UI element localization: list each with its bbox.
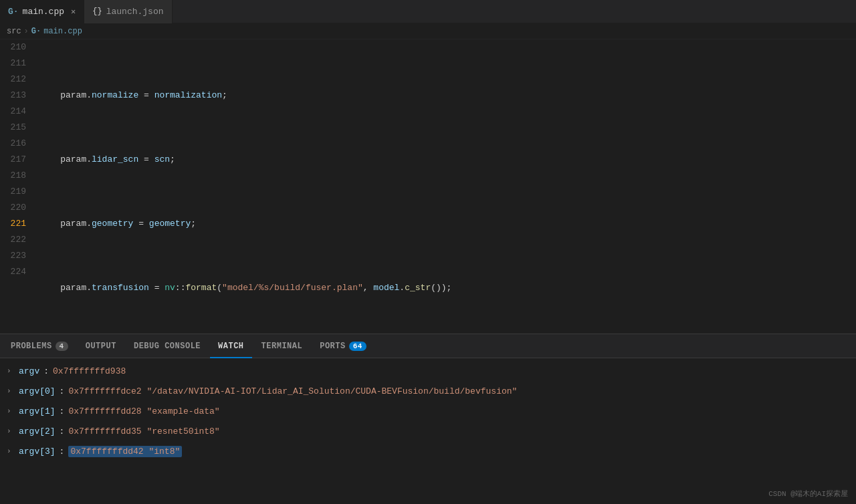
breadcrumb-sep1: › (24, 27, 29, 36)
watch-val-argv: 0x7fffffffd938 (53, 366, 126, 376)
watch-val-argv2: 0x7fffffffdd35 "resnet50int8" (68, 426, 219, 436)
watch-sep-argv0: : (60, 386, 65, 396)
tab-terminal-label: TERMINAL (261, 342, 303, 351)
tab-output-label: OUTPUT (86, 342, 116, 351)
watch-item-argv3[interactable]: › argv[3] : 0x7fffffffdd42 "int8" (0, 441, 856, 461)
code-line-211: param.lidar_scn = scn; (37, 152, 856, 168)
ports-badge: 64 (349, 342, 366, 351)
watch-expand-argv1[interactable]: › (7, 407, 15, 415)
tab-watch-label: WATCH (218, 342, 244, 351)
watch-content: › argv : 0x7fffffffd938 › argv[0] : 0x7f… (0, 358, 856, 499)
code-editor: 210 211 212 213 214 215 216 217 218 219 … (0, 39, 856, 334)
tab-label-launch-json: launch.json (106, 7, 164, 17)
tab-problems[interactable]: PROBLEMS 4 (3, 334, 76, 358)
watch-val-argv1: 0x7fffffffdd28 "example-data" (68, 406, 219, 416)
cpp-icon: G· (8, 7, 19, 17)
code-line-212: param.geometry = geometry; (37, 216, 856, 232)
tab-close-main-cpp[interactable]: ✕ (71, 7, 76, 17)
watch-sep-argv: : (43, 366, 49, 376)
json-icon: {} (92, 7, 102, 16)
watch-val-argv0: 0x7fffffffdce2 "/datav/NVIDIA-AI-IOT/Lid… (68, 386, 517, 396)
breadcrumb-file: main.cpp (43, 27, 82, 36)
code-content[interactable]: param.normalize = normalization; param.l… (37, 39, 856, 334)
watch-item-argv2[interactable]: › argv[2] : 0x7fffffffdd35 "resnet50int8… (0, 421, 856, 441)
watch-expand-argv2[interactable]: › (7, 427, 15, 435)
bottom-panel: PROBLEMS 4 OUTPUT DEBUG CONSOLE WATCH TE… (0, 334, 856, 499)
watch-item-argv[interactable]: › argv : 0x7fffffffd938 (0, 361, 856, 381)
watch-expand-argv3[interactable]: › (7, 447, 15, 455)
tab-output[interactable]: OUTPUT (78, 334, 124, 358)
watch-name-argv2: argv[2] (19, 426, 56, 436)
watch-item-argv1[interactable]: › argv[1] : 0x7fffffffdd28 "example-data… (0, 401, 856, 421)
watch-val-argv3: 0x7fffffffdd42 "int8" (68, 446, 182, 457)
tab-main-cpp[interactable]: G· main.cpp ✕ (0, 0, 84, 23)
tab-debug-console-label: DEBUG CONSOLE (134, 342, 201, 351)
line-numbers: 210 211 212 213 214 215 216 217 218 219 … (0, 39, 37, 334)
watch-name-argv1: argv[1] (19, 406, 56, 416)
tab-launch-json[interactable]: {} launch.json (84, 0, 172, 23)
watch-sep-argv3: : (60, 447, 65, 457)
tab-bar: G· main.cpp ✕ {} launch.json (0, 0, 856, 23)
tab-ports[interactable]: PORTS 64 (312, 334, 374, 358)
tab-ports-label: PORTS (320, 342, 346, 351)
tab-debug-console[interactable]: DEBUG CONSOLE (126, 334, 209, 358)
watch-name-argv3: argv[3] (19, 447, 56, 457)
code-line-213: param.transfusion = nv::format("model/%s… (37, 280, 856, 296)
tab-problems-label: PROBLEMS (11, 342, 52, 351)
watch-name-argv: argv (19, 366, 39, 376)
watch-expand-argv[interactable]: › (7, 367, 15, 375)
tab-watch[interactable]: WATCH (210, 334, 252, 358)
breadcrumb-cpp-icon: G· (31, 27, 41, 36)
problems-badge: 4 (56, 342, 68, 351)
watch-item-argv0[interactable]: › argv[0] : 0x7fffffffdce2 "/datav/NVIDI… (0, 381, 856, 401)
watch-name-argv0: argv[0] (19, 386, 56, 396)
watch-sep-argv2: : (60, 426, 65, 436)
tab-label-main-cpp: main.cpp (23, 7, 64, 17)
watch-expand-argv0[interactable]: › (7, 387, 15, 395)
watch-sep-argv1: : (60, 406, 65, 416)
breadcrumb-src: src (7, 27, 21, 36)
watermark: CSDN @端木的AI探索屋 (768, 489, 848, 499)
code-line-210: param.normalize = normalization; (37, 88, 856, 104)
tab-terminal[interactable]: TERMINAL (253, 334, 311, 358)
breadcrumb: src › G· main.cpp (0, 23, 856, 39)
panel-tabs: PROBLEMS 4 OUTPUT DEBUG CONSOLE WATCH TE… (0, 334, 856, 358)
